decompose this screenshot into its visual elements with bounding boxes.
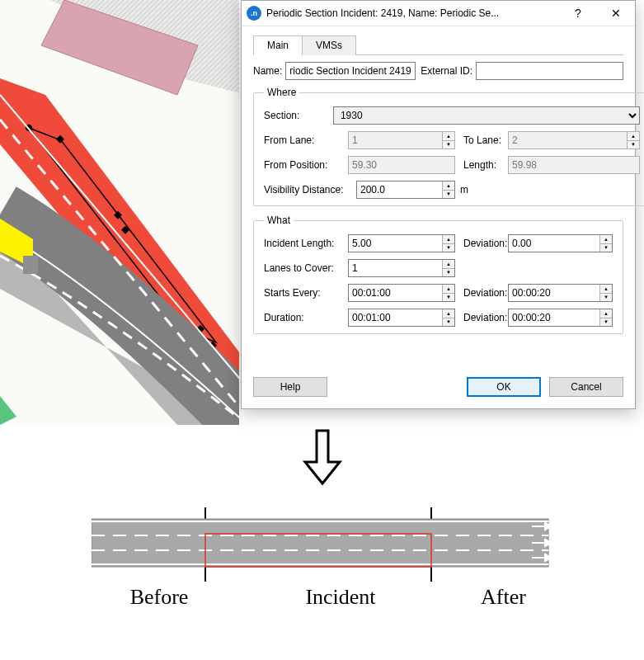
- svg-rect-18: [92, 519, 548, 567]
- incident-length-dev-input[interactable]: [508, 234, 613, 252]
- from-position-input: [348, 156, 455, 174]
- section-label: Section:: [264, 110, 333, 121]
- incident-length-dev-label: Deviation:: [455, 238, 508, 249]
- to-lane-input[interactable]: [508, 131, 640, 149]
- tab-vmss[interactable]: VMSs: [302, 35, 356, 55]
- external-id-label: External ID:: [421, 65, 472, 77]
- what-group: What Incident Length: ▲▼ Deviation: ▲▼ L…: [253, 214, 623, 334]
- name-input[interactable]: [285, 62, 416, 80]
- app-icon: .n: [247, 6, 261, 21]
- dialog-periodic-section-incident: .n Periodic Section Incident: 2419, Name…: [241, 0, 636, 409]
- starts-dev-stepper[interactable]: ▲▼: [599, 285, 612, 301]
- from-lane-stepper[interactable]: ▲▼: [442, 132, 454, 148]
- visibility-stepper[interactable]: ▲▼: [442, 182, 454, 198]
- visibility-input[interactable]: [356, 181, 455, 199]
- svg-marker-27: [545, 540, 552, 546]
- arrow-down-icon: [0, 429, 644, 487]
- to-lane-stepper[interactable]: ▲▼: [627, 132, 639, 148]
- lanes-cover-input[interactable]: [348, 259, 455, 277]
- lanes-cover-stepper[interactable]: ▲▼: [442, 260, 454, 276]
- explanatory-diagram: Before Incident After: [0, 429, 644, 610]
- incident-length-stepper[interactable]: ▲▼: [442, 235, 454, 252]
- label-after: After: [454, 585, 553, 610]
- what-legend: What: [264, 214, 294, 226]
- titlebar[interactable]: .n Periodic Section Incident: 2419, Name…: [242, 1, 635, 26]
- dialog-button-row: Help OK Cancel: [253, 377, 623, 397]
- diagram-labels: Before Incident After: [0, 585, 644, 610]
- starts-every-input[interactable]: [348, 284, 455, 302]
- label-before: Before: [92, 585, 228, 610]
- from-position-label: From Position:: [264, 159, 348, 171]
- starts-every-label: Starts Every:: [264, 287, 348, 299]
- cancel-button[interactable]: Cancel: [549, 377, 623, 397]
- map-background: [0, 0, 239, 425]
- external-id-input[interactable]: [476, 62, 623, 80]
- label-incident: Incident: [228, 585, 454, 610]
- name-row: Name: External ID:: [253, 62, 623, 80]
- duration-dev-stepper[interactable]: ▲▼: [599, 309, 612, 326]
- svg-marker-29: [545, 554, 552, 561]
- starts-every-stepper[interactable]: ▲▼: [442, 285, 454, 301]
- tab-main[interactable]: Main: [253, 35, 303, 55]
- svg-rect-14: [23, 256, 38, 274]
- from-lane-input[interactable]: [348, 131, 455, 149]
- length-input: [508, 156, 640, 174]
- help-dialog-button[interactable]: Help: [253, 377, 327, 397]
- starts-dev-input[interactable]: [508, 284, 613, 302]
- starts-dev-label: Deviation:: [455, 287, 508, 299]
- tab-bar: Main VMSs: [253, 35, 623, 55]
- duration-stepper[interactable]: ▲▼: [442, 309, 454, 326]
- svg-marker-25: [545, 523, 552, 530]
- lanes-cover-label: Lanes to Cover:: [264, 262, 348, 274]
- where-group: Where Section: 1930 From Lane: ▲▼ To Lan…: [253, 87, 644, 206]
- duration-label: Duration:: [264, 312, 348, 323]
- from-lane-label: From Lane:: [264, 134, 348, 146]
- window-title: Periodic Section Incident: 2419, Name: P…: [266, 7, 559, 19]
- name-label: Name:: [253, 65, 282, 77]
- where-legend: Where: [264, 87, 299, 98]
- duration-dev-label: Deviation:: [455, 312, 508, 323]
- duration-dev-input[interactable]: [508, 309, 613, 327]
- section-select[interactable]: 1930: [333, 106, 640, 125]
- help-button[interactable]: ?: [559, 1, 597, 26]
- close-button[interactable]: ✕: [597, 1, 635, 26]
- map-svg: [0, 0, 239, 425]
- incident-length-label: Incident Length:: [264, 238, 348, 249]
- visibility-unit: m: [460, 184, 468, 196]
- length-label: Length:: [455, 159, 508, 171]
- dialog-body: Main VMSs Name: External ID: Where Secti…: [242, 26, 635, 408]
- incident-length-input[interactable]: [348, 234, 455, 252]
- incident-length-dev-stepper[interactable]: ▲▼: [599, 235, 612, 252]
- road-diagram: [0, 507, 644, 582]
- to-lane-label: To Lane:: [455, 134, 508, 146]
- ok-button[interactable]: OK: [467, 377, 541, 397]
- duration-input[interactable]: [348, 309, 455, 327]
- visibility-label: Visibility Distance:: [264, 184, 356, 196]
